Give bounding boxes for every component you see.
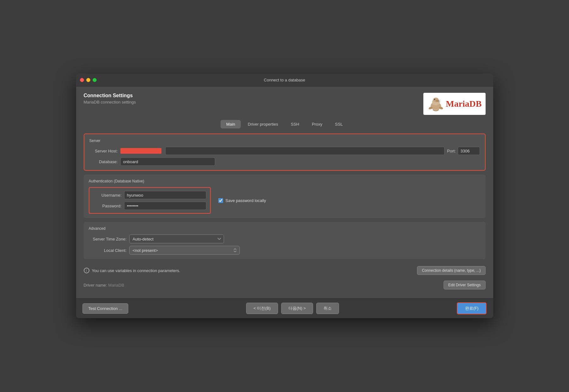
cancel-button[interactable]: 취소 bbox=[316, 303, 339, 314]
timezone-select[interactable]: Auto-detect UTC America/New_York Asia/Se… bbox=[129, 235, 224, 243]
auth-section: Authentication (Database Native) Usernam… bbox=[84, 175, 486, 218]
maximize-button[interactable] bbox=[93, 78, 97, 82]
svg-point-5 bbox=[435, 99, 435, 99]
database-label: Database: bbox=[89, 159, 118, 164]
server-host-input[interactable] bbox=[165, 147, 445, 155]
info-text: You can use variables in connection para… bbox=[92, 268, 180, 273]
auth-fields: Username: Password: bbox=[89, 187, 211, 214]
header-text: Connection Settings MariaDB connection s… bbox=[84, 93, 136, 104]
main-window: Connect to a database Connection Setting… bbox=[76, 74, 493, 318]
server-host-row: Server Host: Port: bbox=[89, 147, 480, 155]
tab-proxy[interactable]: Proxy bbox=[306, 120, 328, 128]
tab-ssl[interactable]: SSL bbox=[329, 120, 348, 128]
edit-driver-settings-button[interactable]: Edit Driver Settings bbox=[444, 281, 486, 289]
local-client-select[interactable]: <not present> bbox=[129, 246, 240, 255]
minimize-button[interactable] bbox=[86, 78, 90, 82]
auth-section-title: Authentication (Database Native) bbox=[89, 179, 481, 183]
connection-settings-subtitle: MariaDB connection settings bbox=[84, 100, 136, 104]
header-area: Connection Settings MariaDB connection s… bbox=[84, 93, 486, 115]
logo-box: MariaDB bbox=[423, 93, 486, 115]
auth-outer: Username: Password: Save password locall… bbox=[89, 187, 481, 214]
driver-label: Driver name: bbox=[84, 283, 107, 288]
database-input[interactable] bbox=[120, 157, 215, 166]
username-input[interactable] bbox=[124, 191, 206, 199]
server-section-title: Server bbox=[89, 139, 480, 143]
back-button[interactable]: < 이전(B) bbox=[246, 303, 278, 314]
info-icon: i bbox=[84, 268, 89, 273]
server-section: Server Server Host: Port: Database: bbox=[84, 134, 486, 171]
tabs-container: Main Driver properties SSH Proxy SSL bbox=[84, 120, 486, 128]
port-input[interactable] bbox=[458, 147, 480, 155]
port-label: Port: bbox=[447, 149, 456, 153]
tab-ssh[interactable]: SSH bbox=[285, 120, 305, 128]
info-left: i You can use variables in connection pa… bbox=[84, 268, 180, 273]
bottom-right: 완료(F) bbox=[457, 302, 487, 314]
finish-button[interactable]: 완료(F) bbox=[457, 302, 487, 314]
advanced-section: Advanced Server Time Zone: Auto-detect U… bbox=[84, 222, 486, 259]
svg-point-4 bbox=[434, 99, 435, 100]
tab-main[interactable]: Main bbox=[221, 120, 241, 128]
mariadb-logo-text: MariaDB bbox=[446, 99, 482, 109]
timezone-row: Server Time Zone: Auto-detect UTC Americ… bbox=[89, 235, 481, 243]
username-row: Username: bbox=[93, 191, 206, 199]
tab-driver-properties[interactable]: Driver properties bbox=[242, 120, 284, 128]
next-button[interactable]: 다음(N) > bbox=[281, 303, 313, 314]
titlebar: Connect to a database bbox=[76, 74, 493, 86]
server-host-redacted bbox=[120, 148, 161, 154]
content-area: Connection Settings MariaDB connection s… bbox=[76, 86, 493, 298]
bottom-center: < 이전(B) 다음(N) > 취소 bbox=[246, 303, 339, 314]
bottom-left: Test Connection ... bbox=[82, 303, 129, 314]
driver-name-area: Driver name: MariaDB bbox=[84, 283, 124, 288]
password-label: Password: bbox=[93, 204, 122, 208]
info-row: i You can use variables in connection pa… bbox=[84, 263, 486, 278]
local-client-row: Local Client: <not present> bbox=[89, 246, 481, 255]
advanced-section-title: Advanced bbox=[89, 226, 481, 231]
window-title: Connect to a database bbox=[264, 78, 305, 82]
password-input[interactable] bbox=[124, 202, 206, 210]
traffic-lights bbox=[80, 78, 97, 82]
driver-row: Driver name: MariaDB Edit Driver Setting… bbox=[84, 278, 486, 292]
test-connection-button[interactable]: Test Connection ... bbox=[82, 303, 129, 314]
save-password-row: Save password locally bbox=[218, 198, 266, 203]
save-password-label: Save password locally bbox=[226, 198, 266, 203]
save-password-checkbox[interactable] bbox=[218, 198, 223, 203]
svg-point-3 bbox=[436, 100, 439, 102]
close-button[interactable] bbox=[80, 78, 84, 82]
connection-details-button[interactable]: Connection details (name, type, ...) bbox=[417, 266, 485, 275]
timezone-label: Server Time Zone: bbox=[89, 237, 127, 241]
username-label: Username: bbox=[93, 193, 122, 198]
mariadb-seal-icon bbox=[427, 96, 445, 112]
local-client-label: Local Client: bbox=[89, 248, 127, 253]
bottom-bar: Test Connection ... < 이전(B) 다음(N) > 취소 완… bbox=[76, 298, 493, 318]
connection-settings-title: Connection Settings bbox=[84, 93, 136, 98]
server-host-label: Server Host: bbox=[89, 149, 118, 153]
password-row: Password: bbox=[93, 202, 206, 210]
database-row: Database: bbox=[89, 157, 480, 166]
port-area: Port: bbox=[447, 147, 480, 155]
driver-value: MariaDB bbox=[108, 283, 124, 288]
